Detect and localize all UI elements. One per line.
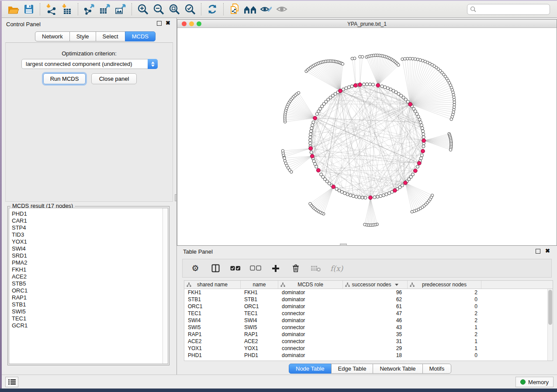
network-node[interactable] bbox=[361, 196, 364, 199]
table-row[interactable]: TEC1TEC1connector472 bbox=[184, 310, 553, 317]
network-node[interactable] bbox=[420, 124, 423, 127]
import-table-button[interactable] bbox=[59, 2, 75, 16]
network-node[interactable] bbox=[422, 133, 425, 136]
mcds-result-item[interactable]: YOX1 bbox=[9, 238, 168, 245]
network-node[interactable] bbox=[309, 136, 312, 139]
table-row[interactable]: ORC1ORC1dominator610 bbox=[184, 303, 553, 310]
table-row[interactable]: RAP1RAP1dominator352 bbox=[184, 331, 553, 338]
network-node[interactable] bbox=[416, 165, 419, 168]
column-header-predecessor-nodes[interactable]: predecessor nodes bbox=[408, 281, 481, 289]
show-all-button[interactable] bbox=[274, 2, 290, 16]
network-node[interactable] bbox=[320, 173, 323, 176]
network-node[interactable] bbox=[385, 193, 388, 196]
network-leaf-node[interactable] bbox=[297, 91, 300, 94]
network-hub-node[interactable] bbox=[353, 83, 357, 87]
table-scrollbar[interactable] bbox=[547, 289, 553, 361]
network-node[interactable] bbox=[358, 196, 361, 199]
network-hub-node[interactable] bbox=[403, 181, 407, 185]
network-leaf-node[interactable] bbox=[281, 149, 284, 152]
network-node[interactable] bbox=[310, 127, 313, 130]
network-leaf-node[interactable] bbox=[284, 159, 286, 162]
network-node[interactable] bbox=[314, 162, 317, 165]
network-node[interactable] bbox=[368, 83, 371, 86]
network-node[interactable] bbox=[363, 83, 366, 86]
mcds-result-item[interactable]: PHD1 bbox=[9, 210, 168, 217]
optimization-criterion-select[interactable]: largest connected component (undirected) bbox=[21, 59, 158, 69]
network-leaf-node[interactable] bbox=[411, 210, 413, 213]
mcds-result-item[interactable]: PMA2 bbox=[9, 259, 168, 266]
network-node[interactable] bbox=[419, 157, 422, 160]
network-node[interactable] bbox=[376, 195, 379, 198]
network-node[interactable] bbox=[371, 83, 374, 86]
network-node[interactable] bbox=[309, 130, 312, 133]
table-row[interactable]: YOX1YOX1connector291 bbox=[184, 345, 553, 352]
network-node[interactable] bbox=[350, 85, 353, 88]
table-row[interactable]: SWI4SWI4dominator462 bbox=[184, 317, 553, 324]
add-column-button[interactable] bbox=[270, 263, 281, 274]
network-node[interactable] bbox=[419, 121, 422, 124]
mcds-result-item[interactable]: TID3 bbox=[9, 231, 168, 238]
network-leaf-node[interactable] bbox=[341, 62, 344, 65]
mcds-list-scrollbar[interactable] bbox=[163, 208, 168, 364]
network-node[interactable] bbox=[347, 86, 350, 89]
network-node[interactable] bbox=[381, 85, 384, 88]
network-node[interactable] bbox=[335, 187, 338, 190]
zoom-fit-button[interactable] bbox=[166, 2, 182, 16]
tab-node-table[interactable]: Node Table bbox=[289, 364, 332, 374]
table-row[interactable]: STB1STB1dominator620 bbox=[184, 296, 553, 303]
network-leaf-node[interactable] bbox=[309, 202, 311, 205]
open-session-button[interactable] bbox=[5, 2, 21, 16]
tab-style[interactable]: Style bbox=[69, 31, 96, 41]
network-hub-node[interactable] bbox=[309, 147, 313, 151]
mcds-result-item[interactable]: TEC1 bbox=[9, 315, 168, 322]
refresh-button[interactable] bbox=[204, 2, 220, 16]
network-hub-node[interactable] bbox=[376, 83, 380, 87]
search-input[interactable] bbox=[467, 4, 550, 15]
network-node[interactable] bbox=[309, 133, 312, 136]
network-node[interactable] bbox=[345, 87, 348, 90]
network-window-titlebar[interactable]: YPA_prune.txt_1 bbox=[177, 20, 557, 28]
column-header-shared-name[interactable]: shared name bbox=[184, 281, 241, 289]
memory-button[interactable]: Memory bbox=[515, 377, 554, 387]
hide-selected-button[interactable] bbox=[258, 2, 274, 16]
network-node[interactable] bbox=[364, 196, 367, 199]
deselect-all-button[interactable] bbox=[250, 263, 261, 274]
zoom-out-button[interactable] bbox=[151, 2, 166, 16]
float-table-panel-icon[interactable] bbox=[536, 249, 540, 254]
network-hub-node[interactable] bbox=[339, 89, 343, 93]
mcds-result-item[interactable]: STP4 bbox=[9, 224, 168, 231]
tab-select[interactable]: Select bbox=[96, 31, 125, 41]
mcds-result-item[interactable]: ORC1 bbox=[9, 287, 168, 294]
network-leaf-node[interactable] bbox=[401, 58, 404, 60]
network-hub-node[interactable] bbox=[310, 154, 314, 158]
select-all-button[interactable] bbox=[230, 263, 241, 274]
mcds-result-item[interactable]: STB1 bbox=[9, 301, 168, 308]
network-node[interactable] bbox=[349, 194, 352, 197]
close-panel-button[interactable]: Close panel bbox=[91, 73, 137, 84]
network-node[interactable] bbox=[346, 193, 349, 196]
float-panel-icon[interactable] bbox=[157, 21, 162, 26]
mcds-result-list[interactable]: PHD1CAR1STP4TID3YOX1SWI4SRD1PMA2FKH1ACE2… bbox=[9, 208, 168, 364]
tab-mcds[interactable]: MCDS bbox=[125, 31, 156, 41]
network-node[interactable] bbox=[352, 195, 355, 198]
network-hub-node[interactable] bbox=[313, 116, 317, 120]
save-session-button[interactable] bbox=[21, 2, 37, 16]
table-row[interactable]: FKH1FKH1dominator962 bbox=[184, 289, 553, 296]
network-node[interactable] bbox=[387, 192, 391, 195]
mcds-result-item[interactable]: SWI5 bbox=[9, 308, 168, 315]
export-network-button[interactable] bbox=[81, 2, 97, 16]
export-table-button[interactable] bbox=[97, 2, 113, 16]
tab-network-table[interactable]: Network Table bbox=[373, 364, 422, 374]
mcds-result-item[interactable]: GCR1 bbox=[9, 322, 168, 329]
close-panel-icon[interactable]: ✖ bbox=[166, 20, 170, 26]
import-network-button[interactable] bbox=[43, 2, 59, 16]
delete-column-button[interactable] bbox=[290, 263, 301, 274]
table-row[interactable]: SWI5SWI5connector431 bbox=[184, 324, 553, 331]
column-header-MCDS-role[interactable]: MCDS role bbox=[278, 281, 343, 289]
mcds-result-item[interactable]: STB5 bbox=[9, 280, 168, 287]
network-node[interactable] bbox=[379, 195, 382, 198]
network-node[interactable] bbox=[355, 195, 358, 198]
network-node[interactable] bbox=[420, 154, 423, 157]
mcds-result-item[interactable]: FKH1 bbox=[9, 266, 168, 273]
network-leaf-node[interactable] bbox=[397, 64, 400, 66]
